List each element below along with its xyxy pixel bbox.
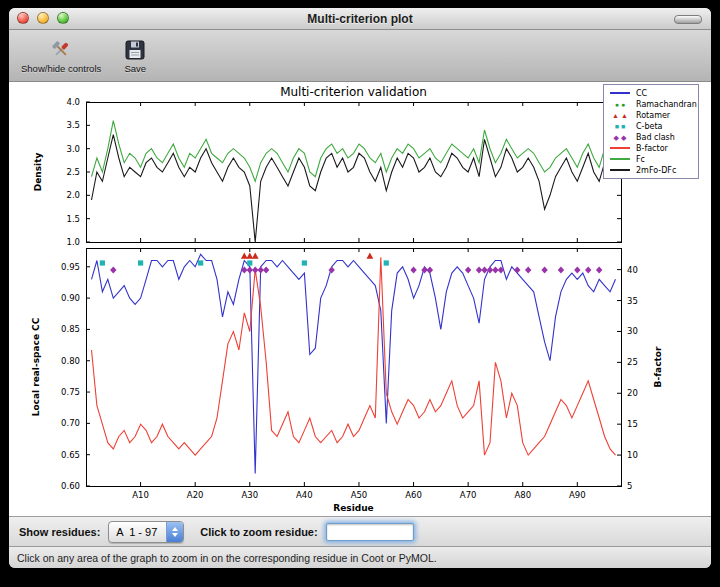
residue-range-select[interactable]: A 1 - 97 xyxy=(108,521,184,543)
legend-square-icon: ■■ xyxy=(608,122,632,131)
bad-clash-marker xyxy=(514,266,520,273)
tick-label: A40 xyxy=(296,490,313,500)
stepper-arrows-icon xyxy=(166,522,183,542)
close-button[interactable] xyxy=(17,12,29,24)
plot-region[interactable]: Multi-criterion validation4.03.53.02.52.… xyxy=(9,82,711,516)
bad-clash-marker xyxy=(110,266,116,273)
tick-label: 0.65 xyxy=(61,450,80,460)
b-factor-line xyxy=(92,257,616,455)
tick-label: A30 xyxy=(241,490,258,500)
legend-diamond-icon: ◆◆ xyxy=(608,133,632,142)
legend-line-swatch xyxy=(608,158,632,160)
rotamer-marker xyxy=(246,253,253,259)
title-bar[interactable]: Multi-criterion plot xyxy=(9,8,711,30)
status-bar: Click on any area of the graph to zoom i… xyxy=(9,546,711,568)
legend-line-swatch xyxy=(608,147,632,149)
tick-label: 2.0 xyxy=(66,190,80,200)
axis-label: Residue xyxy=(333,503,373,513)
tick-label: 35 xyxy=(627,296,638,306)
tick-label: A50 xyxy=(351,490,368,500)
legend-entry: ▲▲Rotamer xyxy=(608,110,694,120)
figure-title: Multi-criterion validation xyxy=(280,85,427,99)
save-button[interactable]: Save xyxy=(117,36,153,76)
legend-line-swatch xyxy=(608,92,632,94)
bad-clash-marker xyxy=(585,266,591,273)
bad-clash-marker xyxy=(541,266,547,273)
tick-label: 2.5 xyxy=(66,167,80,177)
legend-entry: ●●Ramachandran xyxy=(608,99,694,109)
show-hide-controls-button[interactable]: Show/hide controls xyxy=(15,36,107,76)
plot-legend: CC●●Ramachandran▲▲Rotamer■■C-beta◆◆Bad c… xyxy=(603,84,699,179)
tick-label: 0.80 xyxy=(61,356,80,366)
bad-clash-marker xyxy=(421,266,427,273)
bad-clash-marker xyxy=(247,266,253,273)
legend-triangle-icon: ▲▲ xyxy=(608,111,632,120)
c-beta-marker xyxy=(247,260,252,265)
two-mfo-dfc-line xyxy=(92,135,616,242)
zoom-button[interactable] xyxy=(57,12,69,24)
bad-clash-marker xyxy=(263,266,269,273)
app-window: Multi-criterion plot xyxy=(9,8,711,568)
legend-label: Ramachandran xyxy=(636,100,697,109)
tick-label: 30 xyxy=(627,326,638,336)
legend-label: CC xyxy=(636,89,647,98)
legend-entry: ◆◆Bad clash xyxy=(608,132,694,142)
tick-label: 15 xyxy=(627,419,638,429)
c-beta-marker xyxy=(138,260,143,265)
fc-line xyxy=(92,121,616,182)
tick-label: 3.5 xyxy=(66,120,80,130)
legend-label: C-beta xyxy=(636,122,663,131)
density-plot-area[interactable] xyxy=(86,102,621,242)
c-beta-marker xyxy=(302,260,307,265)
toolbar-toggle-capsule[interactable] xyxy=(674,15,702,24)
bad-clash-marker xyxy=(427,266,433,273)
status-message: Click on any area of the graph to zoom i… xyxy=(17,552,437,564)
legend-label: Rotamer xyxy=(636,111,670,120)
legend-line-swatch xyxy=(608,169,632,171)
show-residues-label: Show residues: xyxy=(19,526,100,538)
rotamer-marker xyxy=(241,253,248,259)
minimize-button[interactable] xyxy=(37,12,49,24)
rotamer-marker xyxy=(252,253,259,259)
window-title: Multi-criterion plot xyxy=(307,12,412,26)
axis-label: Density xyxy=(33,153,43,192)
tick-label: 10 xyxy=(627,450,638,460)
legend-entry: CC xyxy=(608,88,694,98)
tick-label: A10 xyxy=(132,490,149,500)
axis-label: Local real-space CC xyxy=(31,317,41,416)
tick-label: 3.0 xyxy=(66,144,80,154)
tick-label: 40 xyxy=(627,265,638,275)
tick-label: 25 xyxy=(627,357,638,367)
tick-label: A70 xyxy=(460,490,477,500)
tick-label: 5 xyxy=(627,481,632,491)
bad-clash-marker xyxy=(465,266,471,273)
residue-range-value: A 1 - 97 xyxy=(109,522,166,542)
bad-clash-marker xyxy=(252,266,258,273)
bad-clash-marker xyxy=(525,266,531,273)
zoom-residue-label: Click to zoom residue: xyxy=(200,526,317,538)
cc-line xyxy=(92,254,616,473)
tick-label: 1.0 xyxy=(66,237,80,247)
bad-clash-marker xyxy=(596,266,602,273)
bad-clash-marker xyxy=(257,266,263,273)
legend-circle-icon: ●● xyxy=(608,100,632,109)
tick-label: 0.90 xyxy=(61,293,80,303)
tick-label: 1.5 xyxy=(66,214,80,224)
legend-entry: ■■C-beta xyxy=(608,121,694,131)
tick-label: 0.95 xyxy=(61,262,80,272)
bad-clash-marker xyxy=(558,266,564,273)
legend-label: Fc xyxy=(636,155,645,164)
legend-label: Bad clash xyxy=(636,133,675,142)
cc-plot-area[interactable] xyxy=(86,248,621,486)
tick-label: A20 xyxy=(187,490,204,500)
tools-icon xyxy=(49,38,73,62)
c-beta-marker xyxy=(198,260,203,265)
c-beta-marker xyxy=(384,260,389,265)
legend-entry: Fc xyxy=(608,154,694,164)
zoom-residue-input[interactable] xyxy=(326,523,414,541)
tick-label: A80 xyxy=(514,490,531,500)
legend-label: 2mFo-DFc xyxy=(636,166,676,175)
tick-label: A60 xyxy=(405,490,422,500)
axis-label: B-factor xyxy=(653,346,663,387)
bad-clash-marker xyxy=(476,266,482,273)
